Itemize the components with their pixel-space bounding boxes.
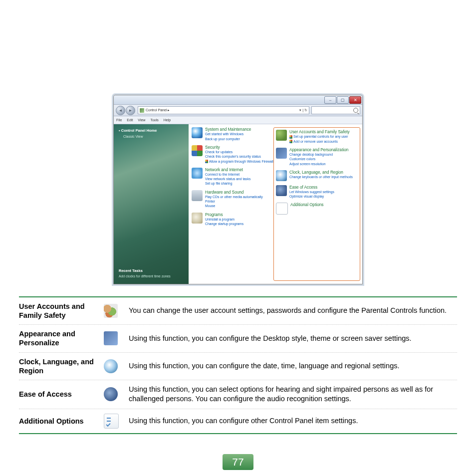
menu-edit[interactable]: Edit [127,118,133,122]
doc-row: Appearance and PersonalizeUsing this fun… [19,325,457,352]
category-icon [276,185,287,196]
category-title[interactable]: Security [205,145,273,150]
category-icon [276,203,288,215]
category-sublink[interactable]: Check for updates [205,150,273,154]
category-sublink[interactable]: Uninstall a program [205,217,243,222]
category-sublink[interactable]: Customize colors [289,157,348,161]
category-sublink-shielded[interactable]: Add or remove user accounts [289,139,350,144]
main-panel: System and MaintenanceGet started with W… [189,124,362,284]
category-title[interactable]: Ease of Access [289,185,334,190]
categories-left: System and MaintenanceGet started with W… [192,127,273,281]
category-sublink[interactable]: Adjust screen resolution [289,162,348,166]
category-title[interactable]: Clock, Language, and Region [289,170,353,175]
doc-row-label: Clock, Language, and Region [19,357,104,375]
category-item: User Accounts and Family SafetySet up pa… [276,130,358,144]
ease-icon [104,387,118,401]
add-icon [104,414,119,429]
category-sublink[interactable]: Change keyboards or other input methods [289,175,353,179]
category-item: ProgramsUninstall a programChange startu… [192,213,273,227]
forward-button[interactable]: ► [126,106,135,115]
clock-icon [104,359,118,373]
recent-tasks-link[interactable]: Add clocks for different time zones [119,274,184,279]
doc-row: Additional OptionsUsing this function, y… [19,409,457,433]
category-sublink[interactable]: Play CDs or other media automatically [205,195,263,199]
maximize-button[interactable]: ▢ [337,96,349,104]
menu-file[interactable]: File [116,118,122,122]
category-sublink-shielded[interactable]: Allow a program through Windows Firewall [205,159,273,164]
category-title[interactable]: Appearance and Personalization [289,148,348,152]
search-input[interactable] [311,106,360,114]
titlebar: – ▢ ✕ [114,95,362,105]
doc-row-label: User Accounts and Family Safety [19,302,104,320]
control-panel-window: – ▢ ✕ ◄ ► Control Panel ▸ ▾ | ↻ File Edi… [113,95,363,284]
category-icon [276,170,287,181]
doc-row: User Accounts and Family SafetyYou can c… [19,297,457,325]
control-panel-icon [140,108,144,113]
category-sublink[interactable]: Mouse [205,204,263,208]
doc-row-desc: You can change the user account settings… [129,306,457,316]
category-icon [276,148,287,159]
category-title[interactable]: System and Maintenance [205,127,251,132]
category-sublink[interactable]: Get started with Windows [205,132,251,136]
category-sublink[interactable]: Back up your computer [205,137,251,141]
category-sublink[interactable]: Change desktop background [289,152,348,157]
users-icon [104,304,118,318]
category-icon [192,127,203,138]
category-icon [192,168,203,179]
category-title[interactable]: Network and Internet [205,168,250,172]
category-icon [192,213,203,224]
category-title[interactable]: User Accounts and Family Safety [289,130,350,134]
category-icon [276,130,287,141]
minimize-button[interactable]: – [324,96,336,104]
category-item: Ease of AccessLet Windows suggest settin… [276,185,358,199]
category-sublink[interactable]: Set up file sharing [205,181,250,186]
category-item: System and MaintenanceGet started with W… [192,127,273,141]
breadcrumb-text: Control Panel ▸ [146,108,170,112]
category-title[interactable]: Additional Options [290,203,323,207]
category-item: Clock, Language, and RegionChange keyboa… [276,170,358,181]
category-sublink[interactable]: Let Windows suggest settings [289,190,334,194]
doc-row-label: Ease of Access [19,390,104,399]
sidebar-classic-view[interactable]: Classic View [123,135,184,138]
menu-view[interactable]: View [138,118,145,122]
sidebar: Control Panel Home Classic View Recent T… [114,124,189,284]
category-item: SecurityCheck for updatesCheck this comp… [192,145,273,164]
menu-help[interactable]: Help [164,118,171,122]
sidebar-home[interactable]: Control Panel Home [119,128,184,133]
menu-tools[interactable]: Tools [150,118,158,122]
category-item: Additional Options [276,203,358,215]
doc-row: Clock, Language, and RegionUsing this fu… [19,353,457,380]
categories-right-highlighted: User Accounts and Family SafetySet up pa… [273,127,360,281]
category-title[interactable]: Hardware and Sound [205,190,263,195]
category-title[interactable]: Programs [205,213,243,217]
doc-row-desc: Using this function, you can configure o… [129,416,457,426]
category-icon [192,145,203,156]
category-sublink[interactable]: Check this computer's security status [205,154,273,159]
category-item: Network and InternetConnect to the Inter… [192,168,273,186]
back-button[interactable]: ◄ [116,106,125,115]
category-sublink[interactable]: Change startup programs [205,222,243,226]
category-icon [192,190,203,201]
search-icon [353,108,358,113]
category-sublink[interactable]: View network status and tasks [205,177,250,181]
category-sublink[interactable]: Optimize visual display [289,194,334,199]
doc-row-desc: Using this function, you can select opti… [129,385,457,404]
appear-icon [104,331,118,345]
doc-row-desc: Using this function, you can configure t… [129,334,457,344]
category-sublink-shielded[interactable]: Set up parental controls for any user [289,134,350,139]
address-bar[interactable]: Control Panel ▸ ▾ | ↻ [138,106,309,114]
category-item: Appearance and PersonalizationChange des… [276,148,358,166]
doc-row-label: Appearance and Personalize [19,329,104,347]
shield-icon [289,140,292,143]
page-number: 77 [223,454,253,470]
doc-row-desc: Using this function, you can configure t… [129,361,457,371]
recent-tasks-heading: Recent Tasks [119,268,184,273]
shield-icon [205,160,208,163]
category-sublink[interactable]: Printer [205,199,263,204]
doc-row: Ease of AccessUsing this function, you c… [19,380,457,409]
doc-row-label: Additional Options [19,417,104,426]
navbar: ◄ ► Control Panel ▸ ▾ | ↻ [114,105,362,116]
shield-icon [289,135,292,139]
close-button[interactable]: ✕ [349,96,361,104]
category-sublink[interactable]: Connect to the Internet [205,172,250,177]
